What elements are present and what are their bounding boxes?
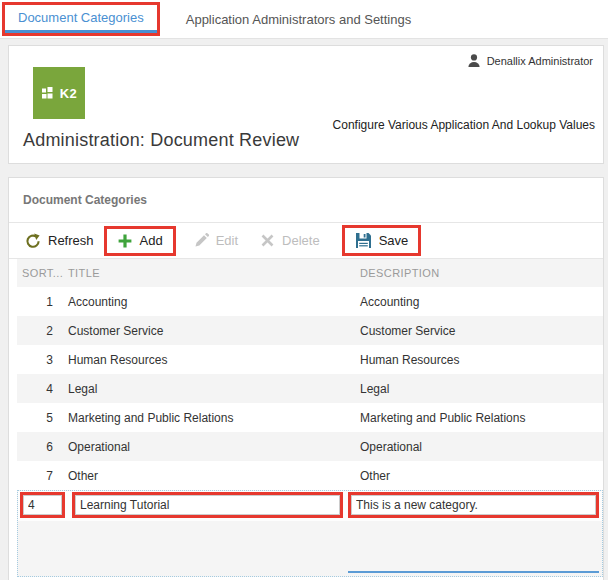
column-header-sort[interactable]: SORT...: [17, 267, 62, 279]
table-row[interactable]: 5 Marketing and Public Relations Marketi…: [17, 403, 603, 432]
cell-title: Other: [62, 469, 348, 483]
document-categories-grid: SORT... TITLE DESCRIPTION 1 Accounting A…: [17, 259, 603, 577]
edit-label: Edit: [216, 233, 238, 248]
cell-title: Accounting: [62, 295, 348, 309]
cell-description: Other: [348, 469, 603, 483]
edit-button[interactable]: Edit: [194, 233, 238, 248]
x-icon: [260, 233, 275, 248]
cell-sort: 4: [17, 382, 62, 396]
cell-description: Customer Service: [348, 324, 603, 338]
cell-title: Human Resources: [62, 353, 348, 367]
tab-application-administrators-label: Application Administrators and Settings: [186, 12, 411, 27]
delete-label: Delete: [282, 233, 320, 248]
cell-sort: 2: [17, 324, 62, 338]
cell-description: Marketing and Public Relations: [348, 411, 603, 425]
header-panel: K2 Denallix Administrator Configure Vari…: [8, 45, 604, 164]
user-menu[interactable]: Denallix Administrator: [468, 54, 593, 67]
refresh-button[interactable]: Refresh: [25, 233, 94, 249]
header-subtitle: Configure Various Application And Lookup…: [333, 118, 595, 132]
cell-title: Legal: [62, 382, 348, 396]
refresh-icon: [25, 233, 41, 249]
new-row-title-input[interactable]: [75, 495, 340, 515]
cell-sort: 3: [17, 353, 62, 367]
cell-sort: 7: [17, 469, 62, 483]
new-row: [18, 491, 602, 521]
save-label: Save: [379, 233, 409, 248]
new-row-edit-region: [17, 490, 603, 577]
annotation-box-add: Add: [104, 226, 176, 256]
table-row[interactable]: 7 Other Other: [17, 461, 603, 490]
table-row[interactable]: 4 Legal Legal: [17, 374, 603, 403]
cell-title: Customer Service: [62, 324, 348, 338]
plus-icon: [117, 233, 133, 249]
grid-header-row: SORT... TITLE DESCRIPTION: [17, 259, 603, 287]
table-row[interactable]: 6 Operational Operational: [17, 432, 603, 461]
table-row[interactable]: 2 Customer Service Customer Service: [17, 316, 603, 345]
floppy-save-icon: [355, 232, 372, 249]
description-editor-focus-line: [348, 571, 599, 573]
cell-description: Human Resources: [348, 353, 603, 367]
save-button[interactable]: Save: [355, 232, 409, 249]
cell-sort: 6: [17, 440, 62, 454]
tab-application-administrators[interactable]: Application Administrators and Settings: [176, 0, 421, 38]
cell-description: Legal: [348, 382, 603, 396]
column-header-description[interactable]: DESCRIPTION: [348, 267, 603, 279]
cell-title: Operational: [62, 440, 348, 454]
refresh-label: Refresh: [48, 233, 94, 248]
new-row-sort-input[interactable]: [23, 495, 62, 515]
tab-document-categories[interactable]: Document Categories: [5, 5, 157, 33]
user-name: Denallix Administrator: [487, 55, 593, 67]
add-label: Add: [140, 233, 163, 248]
toolbar: Refresh Add Edit: [9, 223, 603, 259]
annotation-box-description-input: [348, 492, 599, 518]
annotation-box-title-input: [72, 492, 343, 518]
k2-admin-page: { "tabs": { "active": "Document Categori…: [0, 0, 608, 580]
column-header-title[interactable]: TITLE: [62, 267, 348, 279]
add-button[interactable]: Add: [117, 233, 163, 249]
annotation-box-sort-input: [20, 492, 65, 518]
grid-body: 1 Accounting Accounting 2 Customer Servi…: [17, 287, 603, 490]
table-row[interactable]: 1 Accounting Accounting: [17, 287, 603, 316]
page-title: Administration: Document Review: [23, 130, 299, 151]
panel-title: Document Categories: [9, 178, 603, 223]
cell-description: Operational: [348, 440, 603, 454]
person-icon: [468, 54, 480, 67]
annotation-box-save: Save: [342, 225, 422, 256]
k2-logo-text: K2: [60, 86, 78, 101]
new-row-description-input[interactable]: [351, 495, 596, 515]
document-categories-panel: Document Categories Refresh Add: [8, 177, 604, 580]
tab-document-categories-label: Document Categories: [18, 10, 144, 25]
tab-bar: Document Categories Application Administ…: [0, 0, 608, 39]
delete-button[interactable]: Delete: [260, 233, 320, 248]
k2-logo: K2: [33, 67, 85, 119]
cell-title: Marketing and Public Relations: [62, 411, 348, 425]
table-row[interactable]: 3 Human Resources Human Resources: [17, 345, 603, 374]
pencil-icon: [194, 233, 209, 248]
k2-squares-icon: [41, 85, 58, 101]
cell-sort: 1: [17, 295, 62, 309]
cell-description: Accounting: [348, 295, 603, 309]
annotation-box-active-tab: Document Categories: [2, 2, 160, 36]
cell-sort: 5: [17, 411, 62, 425]
